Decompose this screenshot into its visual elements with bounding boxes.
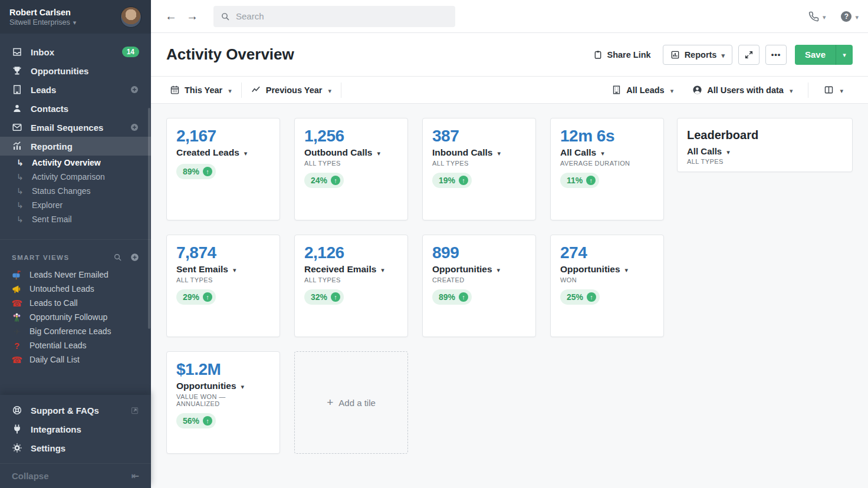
filter-dropdown[interactable]: All Leads — [602, 85, 683, 95]
sidebar-footer-item[interactable]: Integrations — [0, 420, 151, 438]
collapse-button[interactable]: Collapse ⇤ — [0, 463, 151, 488]
report-chart-icon — [670, 50, 680, 60]
sidebar-nav-item[interactable]: Opportunities — [0, 61, 151, 80]
mailbox-icon — [12, 270, 22, 280]
smart-view-item[interactable]: ☎ Leads to Call — [0, 296, 151, 310]
save-button[interactable]: Save — [795, 45, 836, 65]
sidebar-nav-item[interactable]: Email Sequences — [0, 118, 151, 137]
smart-view-item[interactable]: ✈ Big Conference Leads — [0, 324, 151, 338]
main-area: ← → ? Activity Overview — [151, 0, 868, 488]
sidebar-sub-item[interactable]: ↳ Activity Overview — [0, 156, 151, 170]
metric-dropdown[interactable]: Created Leads — [176, 147, 270, 158]
search-icon[interactable] — [113, 253, 122, 262]
sidebar-footer-item[interactable]: Settings — [0, 438, 151, 457]
delta-value: 25% — [567, 292, 583, 302]
help-menu[interactable]: ? — [841, 11, 859, 22]
sidebar-nav-item[interactable]: Contacts — [0, 99, 151, 118]
smart-view-item[interactable]: ☎ Daily Call List — [0, 352, 151, 367]
metric-dropdown[interactable]: Sent Emails — [176, 264, 270, 275]
up-arrow-icon — [586, 176, 596, 185]
expand-icon — [744, 50, 754, 60]
metric-label: Received Emails — [304, 264, 376, 275]
sub-arrow-icon: ↳ — [17, 215, 27, 224]
metric-dropdown[interactable]: Outbound Calls — [304, 147, 398, 158]
layout-columns-dropdown[interactable] — [814, 85, 853, 95]
smart-view-item[interactable]: Untouched Leads — [0, 282, 151, 296]
sidebar-sub-item[interactable]: ↳ Activity Comparison — [0, 170, 151, 184]
dashboard-content: 2,167 Created Leads 89% 1,256 — [151, 104, 868, 488]
page-title: Activity Overview — [166, 45, 593, 64]
metric-dropdown[interactable]: All Calls — [560, 147, 654, 158]
sidebar-scrollbar[interactable] — [148, 108, 150, 329]
bouquet-icon — [12, 312, 22, 322]
metric-tile: 387 Inbound Calls ALL TYPES 19% — [422, 118, 536, 220]
person-icon — [12, 103, 22, 114]
delta-badge: 32% — [304, 289, 344, 305]
smart-views-title: SMART VIEWS — [12, 254, 105, 261]
metric-dropdown[interactable]: Inbound Calls — [432, 147, 526, 158]
sidebar: Robert Carlsen Sitwell Enterprises Inbox… — [0, 0, 151, 488]
plus-icon: + — [327, 396, 333, 409]
phone-menu[interactable] — [808, 11, 826, 22]
add-smart-view-icon[interactable] — [130, 253, 139, 262]
metric-subtitle: WON — [560, 276, 654, 283]
sidebar-nav-item[interactable]: Reporting — [0, 137, 151, 156]
sidebar-nav-item[interactable]: Leads — [0, 80, 151, 99]
avatar[interactable] — [120, 6, 142, 28]
smart-view-item[interactable]: Opportunity Followup — [0, 310, 151, 324]
chevron-down-icon — [328, 85, 331, 95]
smart-views-list: Leads Never Emailed Untouched Leads ☎ Le… — [0, 268, 151, 367]
leaderboard-title: Leaderboard — [687, 128, 843, 142]
sidebar-footer: Support & FAQs Integrations Settings — [0, 395, 151, 488]
search-box[interactable] — [213, 6, 455, 27]
metric-tile: 274 Opportunities WON 25% — [550, 235, 664, 337]
back-button[interactable]: ← — [160, 6, 182, 27]
phone-icon — [808, 11, 819, 22]
up-arrow-icon — [203, 292, 212, 302]
footer-item-label: Integrations — [31, 424, 81, 434]
metric-label: Opportunities — [176, 381, 236, 391]
up-arrow-icon — [459, 176, 468, 185]
nav-item-label: Reporting — [31, 141, 73, 151]
metric-value: 274 — [560, 243, 654, 262]
add-tile-button[interactable]: + Add a tile — [294, 351, 408, 454]
metric-dropdown[interactable]: Opportunities — [176, 381, 270, 391]
sidebar-nav-item[interactable]: Inbox 14 — [0, 42, 151, 61]
delta-value: 19% — [439, 176, 455, 185]
metric-dropdown[interactable]: Opportunities — [432, 264, 526, 275]
filter-dropdown[interactable]: This Year — [160, 85, 241, 95]
inbox-icon — [12, 47, 22, 57]
forward-button[interactable]: → — [182, 6, 203, 27]
envelope-icon — [12, 122, 22, 133]
megaphone-icon — [12, 284, 22, 294]
leaderboard-metric-dropdown[interactable]: All Calls — [687, 146, 843, 156]
more-options-button[interactable]: ••• — [765, 45, 787, 65]
reports-dropdown-button[interactable]: Reports — [663, 45, 732, 65]
delta-value: 89% — [439, 292, 455, 302]
metric-dropdown[interactable]: Received Emails — [304, 264, 398, 275]
filter-label: Previous Year — [266, 85, 323, 95]
sidebar-sub-item[interactable]: ↳ Status Changes — [0, 184, 151, 198]
delta-badge: 56% — [176, 413, 216, 428]
account-switcher[interactable]: Robert Carlsen Sitwell Enterprises — [0, 0, 151, 34]
sidebar-footer-item[interactable]: Support & FAQs — [0, 401, 151, 420]
sidebar-sub-item[interactable]: ↳ Explorer — [0, 198, 151, 212]
share-link-label: Share Link — [607, 50, 650, 60]
search-input[interactable] — [236, 11, 448, 21]
smart-view-item[interactable]: Leads Never Emailed — [0, 268, 151, 282]
metric-dropdown[interactable]: Opportunities — [560, 264, 654, 275]
chevron-down-icon — [233, 264, 236, 275]
search-icon — [221, 12, 230, 21]
save-dropdown-button[interactable] — [836, 45, 853, 65]
smart-view-item[interactable]: ? Potential Leads — [0, 338, 151, 352]
sub-item-label: Activity Overview — [32, 158, 101, 167]
sidebar-sub-item[interactable]: ↳ Sent Email — [0, 212, 151, 226]
delta-badge: 29% — [176, 289, 216, 305]
filter-dropdown[interactable]: Previous Year — [242, 85, 341, 95]
filter-dropdown[interactable]: All Users with data — [683, 85, 802, 95]
share-link-button[interactable]: Share Link — [593, 50, 650, 60]
up-arrow-icon — [587, 292, 596, 302]
nav-list: Inbox 14 Opportunities — [0, 42, 151, 156]
smart-view-label: Big Conference Leads — [29, 327, 111, 336]
fullscreen-button[interactable] — [738, 45, 760, 65]
